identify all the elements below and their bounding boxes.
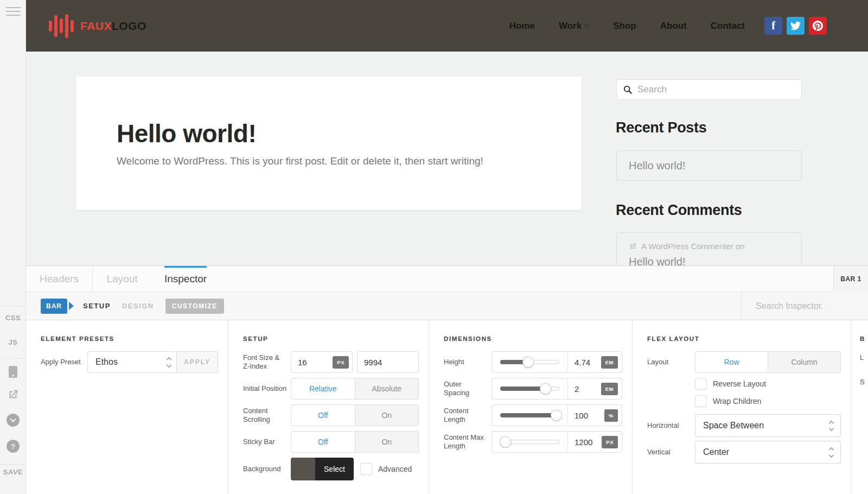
content-max-length-slider[interactable] [500, 440, 559, 444]
js-button[interactable]: JS [0, 338, 26, 346]
post-title-link[interactable]: Hello world! [117, 119, 256, 148]
reverse-layout-checkbox[interactable] [695, 378, 707, 390]
nav-item-home[interactable]: Home [509, 21, 535, 31]
tab-headers[interactable]: Headers [26, 266, 93, 292]
option-off[interactable]: Off [291, 432, 355, 452]
site-logo[interactable]: FAUXLOGO [49, 13, 146, 39]
inspector-panels: ELEMENT PRESETS Apply Preset Ethos APPLY… [26, 320, 868, 494]
option-off[interactable]: Off [291, 405, 355, 426]
content-length-label: Content Length [444, 407, 492, 425]
sidebar-search-input[interactable] [637, 84, 795, 95]
inspector-search-box [741, 292, 868, 320]
font-size-zindex-label: Font Size & Z-Index [243, 353, 291, 371]
breadcrumb-tab-customize[interactable]: CUSTOMIZE [165, 299, 224, 314]
setup-panel: SETUP Font Size & Z-Index PX [228, 320, 429, 494]
vertical-label: Vertical [647, 448, 695, 457]
facebook-icon[interactable]: f [764, 17, 782, 35]
vertical-align-select[interactable]: Center [695, 441, 841, 464]
dock-position-button[interactable] [0, 414, 26, 427]
inspector-search-input[interactable] [756, 301, 868, 311]
open-preview-button[interactable] [0, 389, 26, 401]
builder-left-toolbar: CSS JS ? SAVE [0, 0, 26, 494]
slider-knob[interactable] [551, 410, 562, 421]
option-absolute[interactable]: Absolute [355, 378, 419, 399]
twitter-icon[interactable] [787, 17, 805, 35]
breadcrumb-tab-setup[interactable]: SETUP [83, 302, 111, 310]
content-max-length-value[interactable]: 1200 [575, 438, 602, 447]
responsive-preview-button[interactable] [0, 365, 26, 379]
help-button[interactable]: ? [0, 440, 26, 453]
tab-inspector[interactable]: Inspector [151, 266, 220, 292]
preset-select[interactable]: Ethos [87, 351, 177, 373]
zindex-input-wrap [357, 351, 419, 373]
content-max-length-label: Content Max Length [444, 433, 492, 451]
outer-spacing-slider[interactable] [500, 387, 559, 391]
option-column[interactable]: Column [768, 352, 840, 372]
breadcrumb-tab-design[interactable]: DESIGN [122, 302, 154, 310]
builder-panel: Headers Layout Inspector BAR 1 BAR SETUP… [26, 265, 868, 494]
background-select-button[interactable]: Select [291, 458, 354, 480]
recent-post-link[interactable]: Hello world! [629, 160, 685, 172]
height-unit-badge[interactable]: EM [601, 356, 618, 369]
chevron-down-icon [585, 22, 590, 28]
content-max-length-unit-badge[interactable]: PX [602, 436, 618, 448]
flex-layout-panel: FLEX LAYOUT Layout Row Column Reverse La… [632, 320, 851, 494]
option-on[interactable]: On [355, 405, 419, 426]
nav-item-shop[interactable]: Shop [613, 21, 636, 31]
site-preview: FAUXLOGO Home Work Shop About Contact f [26, 0, 868, 265]
height-slider[interactable] [500, 360, 559, 364]
chevron-down-circle-icon [7, 414, 20, 427]
slider-knob[interactable] [522, 357, 534, 368]
comment-author-link[interactable]: A WordPress Commenter on [629, 242, 801, 251]
reverse-layout-label: Reverse Layout [713, 379, 766, 388]
content-length-slider[interactable] [500, 413, 559, 417]
content-length-unit-badge[interactable]: % [604, 409, 618, 422]
outer-spacing-unit-badge[interactable]: EM [601, 383, 618, 395]
wrap-children-checkbox[interactable] [695, 395, 707, 407]
wrap-children-label: Wrap Children [713, 397, 761, 406]
background-advanced-checkbox[interactable] [360, 463, 372, 475]
panel-title: B [860, 335, 868, 342]
css-button[interactable]: CSS [0, 314, 26, 322]
rail-divider [0, 358, 26, 359]
recent-posts-list: Hello world! [616, 150, 802, 181]
slider-knob[interactable] [540, 383, 551, 395]
breadcrumb-element-badge[interactable]: BAR [41, 299, 67, 314]
option-on[interactable]: On [355, 432, 419, 452]
social-links: f [764, 17, 827, 35]
active-tab-indicator [164, 266, 207, 268]
layout-direction-toggle: Row Column [695, 351, 841, 373]
mobile-device-icon [7, 365, 19, 379]
height-label: Height [444, 358, 492, 366]
question-circle-icon: ? [7, 440, 20, 453]
apply-preset-button[interactable]: APPLY [177, 351, 218, 373]
tab-layout[interactable]: Layout [93, 266, 151, 292]
save-button[interactable]: SAVE [0, 468, 26, 476]
logo-text: FAUXLOGO [80, 20, 146, 33]
nav-item-contact[interactable]: Contact [711, 21, 745, 31]
font-size-unit-badge[interactable]: PX [333, 356, 349, 369]
height-value[interactable]: 4.74 [575, 358, 601, 367]
outer-spacing-control: 2EM [492, 378, 622, 400]
tab-bar-1[interactable]: BAR 1 [833, 266, 868, 292]
option-row[interactable]: Row [695, 352, 768, 372]
font-size-input[interactable] [298, 358, 333, 367]
comment-post-link[interactable]: Hello world! [629, 256, 801, 265]
nav-item-about[interactable]: About [660, 21, 687, 31]
horizontal-align-select[interactable]: Space Between [695, 414, 841, 437]
zindex-input[interactable] [364, 358, 415, 367]
nav-item-work[interactable]: Work [559, 21, 589, 31]
panel-title: FLEX LAYOUT [647, 335, 841, 342]
initial-position-label: Initial Position [243, 384, 291, 393]
height-control: 4.74EM [492, 351, 622, 373]
clipped-label: L [860, 353, 868, 362]
rail-divider [0, 464, 26, 465]
option-relative[interactable]: Relative [291, 378, 355, 399]
pinterest-icon[interactable] [809, 17, 827, 35]
outer-spacing-value[interactable]: 2 [575, 384, 601, 394]
slider-knob[interactable] [500, 436, 511, 448]
panel-title: DIMENSIONS [444, 335, 622, 342]
clipped-panel: B L S [851, 320, 868, 494]
menu-icon[interactable] [0, 7, 26, 16]
content-length-value[interactable]: 100 [575, 411, 604, 420]
